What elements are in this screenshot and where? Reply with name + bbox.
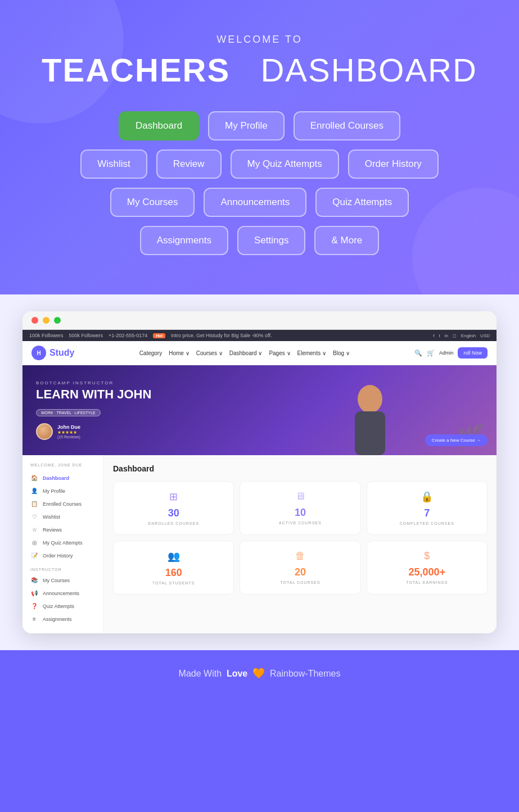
logo-text[interactable]: Study xyxy=(49,348,74,358)
nav-quizattempts-button[interactable]: My Quiz Attempts xyxy=(231,149,339,179)
nav-courses[interactable]: Courses ∨ xyxy=(196,350,223,356)
nav-quizattempts2-button[interactable]: Quiz Attempts xyxy=(315,188,409,217)
assignments-icon: ≡ xyxy=(30,616,38,622)
hero-title-light: DASHBOARD xyxy=(260,52,477,88)
cart-icon[interactable]: 🛒 xyxy=(427,350,435,357)
nav-review-button[interactable]: Review xyxy=(156,149,222,179)
students-stat-label: TOTAL STUDENTS xyxy=(120,581,227,585)
stat-enrolled-courses: ⊞ 30 ENROLLED COURSES xyxy=(113,481,234,535)
nav-actions: 🔍 🛒 Admin roll Now xyxy=(414,347,488,359)
announcements-icon: 📢 xyxy=(30,590,38,596)
sidebar-item-orderhistory[interactable]: 📝 Order History xyxy=(22,549,103,562)
students-stat-number: 160 xyxy=(120,567,227,579)
sidebar-item-reviews[interactable]: ☆ Reviews xyxy=(22,523,103,536)
nav-row-4: Assignments Settings & More xyxy=(140,226,380,255)
nav-dashboard-button[interactable]: Dashboard xyxy=(119,111,199,140)
banner-title: LEARN WITH JOHN xyxy=(36,388,151,401)
nav-pages[interactable]: Pages ∨ xyxy=(269,350,290,356)
hero-title: TEACHERS DASHBOARD xyxy=(22,51,497,89)
svg-point-0 xyxy=(358,385,382,413)
active-stat-icon: 🖥 xyxy=(247,491,353,502)
courses-stat-label: TOTAL COURSES xyxy=(247,580,353,584)
language[interactable]: English xyxy=(461,333,476,338)
completed-stat-icon: 🔒 xyxy=(374,491,480,503)
nav-orderhistory-button[interactable]: Order History xyxy=(348,149,439,179)
nav-blog[interactable]: Blog ∨ xyxy=(333,350,350,356)
currency[interactable]: USD xyxy=(480,333,490,338)
browser-chrome xyxy=(22,311,497,330)
sidebar-label-mycourses: My Courses xyxy=(43,578,70,583)
browser-dot-red xyxy=(31,317,38,324)
wishlist-icon: ♡ xyxy=(30,514,38,520)
sidebar-item-announcements[interactable]: 📢 Announcements xyxy=(22,587,103,600)
nav-settings-button[interactable]: Settings xyxy=(237,226,305,255)
hero-section: WELCOME TO TEACHERS DASHBOARD Dashboard … xyxy=(0,0,519,294)
enrolled-icon: 📋 xyxy=(30,501,38,507)
nav-enrolled-button[interactable]: Enrolled Courses xyxy=(294,111,400,140)
completed-stat-number: 7 xyxy=(374,507,480,519)
browser-window: 100k Followers 500k Followers +1-202-555… xyxy=(22,311,497,633)
phone: +1-202-555-0174 xyxy=(109,333,147,338)
enroll-button[interactable]: roll Now xyxy=(458,347,488,359)
nav-home[interactable]: Home ∨ xyxy=(169,350,189,356)
sidebar-item-myprofile[interactable]: 👤 My Profile xyxy=(22,484,103,497)
sidebar-item-dashboard[interactable]: 🏠 Dashboard xyxy=(22,471,103,484)
hero-welcome: WELCOME TO xyxy=(22,34,497,46)
hot-badge: Hot xyxy=(153,333,165,338)
nav-announcements-button[interactable]: Announcements xyxy=(204,188,306,217)
nav-category[interactable]: Category xyxy=(139,350,163,356)
nav-assignments-button[interactable]: Assignments xyxy=(140,226,228,255)
nav-mycourses-button[interactable]: My Courses xyxy=(110,188,195,217)
sidebar-item-assignments[interactable]: ≡ Assignments xyxy=(22,613,103,625)
promo-text: Intro price. Get Histudy for Big Sale -9… xyxy=(171,333,272,338)
enrolled-stat-number: 30 xyxy=(120,507,227,519)
search-icon[interactable]: 🔍 xyxy=(414,350,422,357)
reviews-icon: ☆ xyxy=(30,527,38,533)
sidebar-welcome: WELCOME, JONE DUE xyxy=(22,463,103,471)
sidebar: WELCOME, JONE DUE 🏠 Dashboard 👤 My Profi… xyxy=(22,455,104,633)
footer-brand: Rainbow-Themes xyxy=(270,669,340,678)
sidebar-item-quizattempts[interactable]: ◎ My Quiz Attempts xyxy=(22,536,103,549)
sidebar-item-mycourses[interactable]: 📚 My Courses xyxy=(22,574,103,587)
banner-subtitle: BOOTCAMP INSTRUCTOR xyxy=(36,380,151,385)
earnings-stat-number: 25,000+ xyxy=(374,566,480,578)
enrolled-stat-label: ENROLLED COURSES xyxy=(120,521,227,525)
completed-stat-label: COMPLETED COURSES xyxy=(374,521,480,525)
sidebar-label-reviews: Reviews xyxy=(43,527,62,533)
nav-wishlist-button[interactable]: Wishlist xyxy=(80,149,147,179)
profile-icon: 👤 xyxy=(30,488,38,494)
nav-myprofile-button[interactable]: My Profile xyxy=(208,111,285,140)
sidebar-item-enrolled[interactable]: 📋 Enrolled Courses xyxy=(22,497,103,510)
instructor-name: John Due xyxy=(57,424,80,430)
create-course-button[interactable]: Create a New Course → xyxy=(425,434,488,446)
enrolled-stat-icon: ⊞ xyxy=(120,491,227,503)
stat-active-courses: 🖥 10 ACTIVE COURSES xyxy=(240,481,360,535)
followers-2: 500k Followers xyxy=(69,333,103,338)
stat-completed-courses: 🔒 7 COMPLETED COURSES xyxy=(367,481,488,535)
nav-row-3: My Courses Announcements Quiz Attempts xyxy=(110,188,409,217)
quiz-icon: ◎ xyxy=(30,539,38,546)
sidebar-item-quizattempts2[interactable]: ❓ Quiz Attempts xyxy=(22,600,103,613)
sidebar-label-quiz2: Quiz Attempts xyxy=(43,604,74,609)
svg-rect-1 xyxy=(355,411,385,455)
profile-reviews: (15 Reviews) xyxy=(57,435,80,439)
nav-more-button[interactable]: & More xyxy=(314,226,379,255)
active-stat-label: ACTIVE COURSES xyxy=(247,521,353,525)
order-icon: 📝 xyxy=(30,552,38,559)
sidebar-item-wishlist[interactable]: ♡ Wishlist xyxy=(22,510,103,523)
footer-bold: Love xyxy=(227,669,247,678)
followers-1: 100k Followers xyxy=(29,333,64,338)
active-stat-number: 10 xyxy=(247,507,353,519)
stats-grid-row2: 👥 160 TOTAL STUDENTS 🗑 20 TOTAL COURSES … xyxy=(113,541,488,595)
top-bar: 100k Followers 500k Followers +1-202-555… xyxy=(22,330,497,341)
mycourses-icon: 📚 xyxy=(30,577,38,583)
top-bar-left: 100k Followers 500k Followers +1-202-555… xyxy=(29,333,272,338)
earnings-stat-label: TOTAL EARNINGS xyxy=(374,580,480,584)
stat-total-students: 👥 160 TOTAL STUDENTS xyxy=(113,541,234,595)
nav-elements[interactable]: Elements ∨ xyxy=(297,350,326,356)
nav-dashboard-link[interactable]: Dashboard ∨ xyxy=(229,350,263,356)
nav-row-1: Dashboard My Profile Enrolled Courses xyxy=(119,111,400,140)
nav-grid: Dashboard My Profile Enrolled Courses Wi… xyxy=(22,111,497,255)
sidebar-label-enrolled: Enrolled Courses xyxy=(43,501,82,507)
footer: Made With Love 🧡 Rainbow-Themes xyxy=(0,650,519,696)
